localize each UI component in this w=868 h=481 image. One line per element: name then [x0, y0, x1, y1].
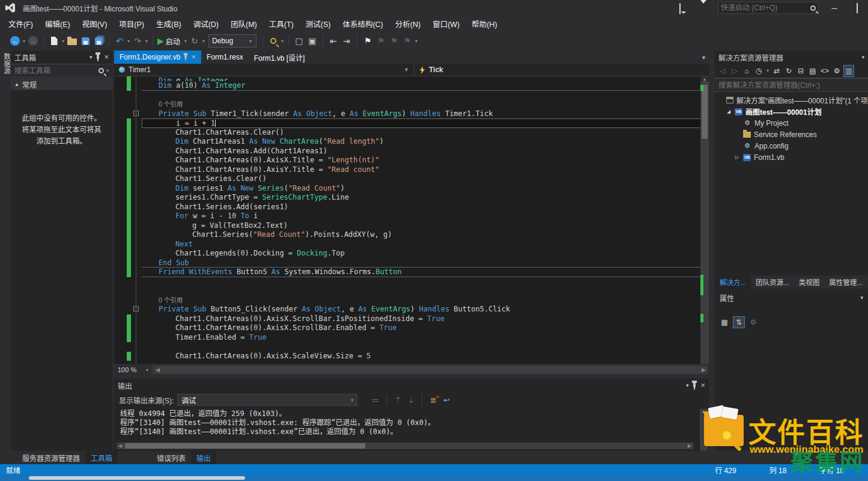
clear-bookmarks-icon[interactable]: ⚑ [401, 34, 413, 47]
decrease-indent-icon[interactable]: ⇤ [327, 34, 339, 47]
breakpoint-margin[interactable] [114, 174, 127, 184]
bookmark-icon[interactable]: ⚑ [362, 34, 374, 47]
previous-message-icon[interactable]: ⇡ [392, 394, 404, 406]
breakpoint-margin[interactable] [114, 118, 127, 128]
scroll-left-icon[interactable]: ◀ [118, 443, 122, 449]
open-file-icon[interactable] [66, 34, 78, 47]
code-line[interactable]: Dim series1 As New Series("Read Count") [114, 184, 709, 194]
code-line[interactable]: Chart1.ChartAreas.Add(Chart1Areas1) [114, 147, 709, 156]
increase-indent-icon[interactable]: ⇥ [341, 34, 353, 47]
fold-margin[interactable] [131, 118, 142, 128]
document-tab-0[interactable]: Form1.Designer.vb× [114, 51, 201, 64]
breakpoint-margin[interactable] [114, 268, 127, 277]
document-tab-1[interactable]: Form1.resx [201, 51, 249, 64]
dropdown-caret-icon[interactable]: ▾ [415, 38, 417, 44]
panel-tab-0[interactable]: 解决方... [715, 275, 751, 289]
editor-vertical-scrollbar[interactable]: ▲ [700, 76, 709, 364]
fold-margin[interactable] [131, 230, 142, 240]
refresh-icon[interactable]: ↻ [783, 65, 794, 77]
show-all-files-icon[interactable]: ▤ [807, 65, 818, 77]
tree-item-0[interactable]: 解决方案“画图test——00001计划”(1 个项目) [715, 94, 868, 106]
dropdown-caret-icon[interactable]: ▾ [184, 38, 187, 44]
fold-margin[interactable] [131, 333, 142, 343]
breakpoint-margin[interactable] [114, 193, 127, 203]
restore-button[interactable] [850, 4, 864, 13]
quick-launch-box[interactable] [718, 2, 819, 14]
fold-margin[interactable] [131, 193, 142, 203]
breakpoint-margin[interactable] [114, 165, 127, 175]
breakpoint-margin[interactable] [114, 286, 127, 296]
breakpoint-margin[interactable] [114, 296, 127, 305]
fold-margin[interactable] [131, 314, 142, 324]
scroll-right-icon[interactable]: ▶ [688, 443, 691, 449]
event-dropdown[interactable]: Tick [414, 64, 709, 76]
view-code-icon[interactable]: <> [819, 65, 830, 77]
collapse-region-icon[interactable]: − [133, 111, 139, 116]
fold-margin[interactable] [131, 268, 142, 277]
new-window-icon[interactable]: ▢ [293, 34, 305, 47]
menu-item-2[interactable]: 视图(V) [76, 16, 114, 32]
fold-margin[interactable] [131, 203, 142, 212]
breakpoint-margin[interactable] [114, 76, 127, 81]
window-position-icon[interactable]: ▾ [861, 54, 864, 60]
breakpoint-margin[interactable] [114, 137, 127, 147]
scrollbar-thumb[interactable] [125, 443, 365, 449]
breakpoint-margin[interactable] [114, 91, 127, 100]
expanded-arrow-icon[interactable]: ◢ [726, 109, 732, 114]
panel-tab-2[interactable]: 类视图 [794, 275, 825, 289]
find-in-files-icon[interactable] [267, 34, 279, 47]
feedback-icon[interactable] [679, 4, 690, 12]
code-line[interactable]: Chart1.ChartAreas(0).AxisX.Title = "Leng… [114, 156, 709, 165]
breakpoint-margin[interactable] [114, 240, 127, 250]
collapsed-arrow-icon[interactable]: ▷ [734, 155, 740, 160]
code-line[interactable]: Chart1.ChartAreas(0).AxisX.ScaleView.Siz… [114, 352, 709, 361]
code-line[interactable]: −Private Sub Button5_Click(sender As Obj… [114, 305, 709, 314]
code-line[interactable] [114, 91, 709, 100]
fold-margin[interactable] [131, 76, 142, 81]
code-line[interactable]: Chart1.Legends(0).Docking = Docking.Top [114, 249, 709, 259]
navigate-forward-icon[interactable]: → [27, 34, 39, 47]
menu-item-11[interactable]: 窗口(W) [426, 16, 466, 32]
home-icon[interactable]: ⌂ [741, 65, 752, 77]
code-line[interactable]: End Sub [114, 259, 709, 268]
fold-margin[interactable] [131, 137, 142, 147]
breakpoint-margin[interactable] [114, 156, 127, 165]
fold-margin[interactable]: − [131, 305, 142, 314]
breakpoint-margin[interactable] [114, 221, 127, 231]
breakpoint-margin[interactable] [114, 259, 127, 268]
fold-margin[interactable] [131, 240, 142, 250]
fold-margin[interactable] [131, 249, 142, 259]
code-line[interactable]: Chart1.ChartAreas(0).AxisY.Title = "Read… [114, 165, 709, 175]
code-line[interactable]: Dim g As Integer [114, 76, 709, 81]
debug-configuration-combobox[interactable]: Debug▾ [208, 34, 256, 47]
code-line[interactable]: i = i + 1 [114, 118, 709, 128]
breakpoint-margin[interactable] [114, 100, 127, 109]
menu-item-6[interactable]: 团队(M) [225, 16, 263, 32]
solution-search[interactable] [715, 78, 868, 92]
panel-tab-3[interactable]: 属性管理... [824, 275, 867, 289]
forward-icon[interactable]: ▷ [729, 65, 740, 77]
fold-margin[interactable] [131, 91, 142, 100]
bottom-tab-right-0[interactable]: 错误列表 [151, 451, 191, 465]
fold-margin[interactable] [131, 81, 142, 91]
breakpoint-margin[interactable] [114, 352, 127, 361]
start-debugging-button[interactable]: ▶启动 [157, 34, 183, 47]
tree-item-1[interactable]: ◢VB画图test——00001计划 [715, 106, 868, 117]
fold-margin[interactable] [131, 352, 142, 361]
menu-item-8[interactable]: 测试(S) [300, 16, 337, 32]
chevron-down-icon[interactable]: ▾ [860, 295, 863, 301]
breakpoint-margin[interactable] [114, 81, 127, 91]
property-pages-icon[interactable]: ⚙ [747, 316, 759, 328]
pending-changes-filter-icon[interactable]: ◷ [753, 65, 764, 77]
active-files-dropdown-icon[interactable]: ▾ [702, 54, 705, 61]
window-position-icon[interactable]: ▾ [90, 54, 93, 60]
navigate-backward-icon[interactable]: ← [9, 34, 21, 47]
bottom-tab-left-0[interactable]: 服务器资源管理器 [17, 451, 85, 465]
code-line[interactable]: Chart1.Series("Read Count").Points.AddXY… [114, 230, 709, 240]
breakpoint-margin[interactable] [114, 323, 127, 333]
pin-icon[interactable] [97, 54, 99, 59]
back-icon[interactable]: ◁ [717, 65, 728, 77]
menu-item-3[interactable]: 项目(P) [113, 16, 150, 32]
splitter-grip[interactable]: ▲ [700, 76, 709, 82]
close-icon[interactable]: × [104, 54, 109, 60]
